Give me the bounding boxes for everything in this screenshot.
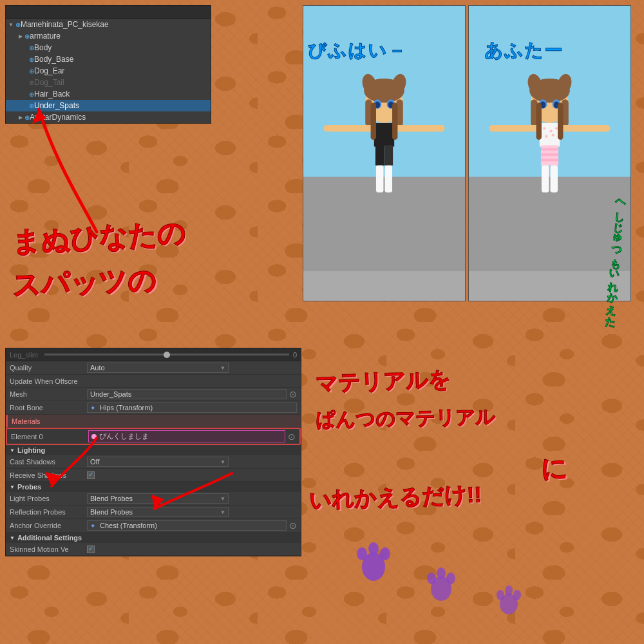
svg-point-60 (500, 594, 518, 614)
svg-rect-18 (385, 166, 393, 193)
character-before-svg (303, 6, 465, 301)
svg-point-52 (362, 553, 385, 581)
svg-rect-1 (303, 177, 465, 271)
castshadows-dropdown-text: Off (90, 458, 99, 466)
rootbone-ref-text: Hips (Transform) (100, 404, 153, 412)
hierarchy-item-avatardynamics[interactable]: ▶ ⊕ AvatarDynamics (6, 111, 211, 123)
expand-triangle-armature: ▶ (19, 33, 23, 39)
hierarchy-item-label-armature: armature (30, 32, 61, 41)
lightprobes-dropdown-text: Blend Probes (90, 495, 133, 502)
castshadows-dropdown[interactable]: Off ▼ (87, 457, 229, 467)
annotation-instruction-line4: いれかえるだけ!! (308, 480, 482, 515)
lighting-triangle: ▼ (10, 448, 15, 453)
skinnedmotion-checkbox[interactable] (87, 545, 95, 553)
inspector-castshadows-row: Cast Shadows Off ▼ (6, 455, 301, 469)
probes-section-header: ▼ Probes (6, 482, 301, 492)
probes-label: Probes (17, 483, 41, 491)
expand-triangle-avatar: ▶ (19, 115, 23, 120)
hierarchy-item-label-body: Body (34, 43, 52, 52)
slider-value: 0 (293, 351, 297, 359)
element0-label: Element 0 (11, 433, 88, 440)
svg-point-55 (380, 547, 390, 560)
reflectionprobes-label: Reflection Probes (10, 508, 87, 516)
hierarchy-item-root[interactable]: ▼ ⊕ Mamehinata_PC_kisekae (6, 19, 211, 30)
mesh-icon-bodybase: ⊕ (29, 56, 34, 63)
svg-point-53 (357, 547, 367, 560)
reflectionprobes-dropdown-text: Blend Probes (90, 508, 133, 516)
character-after-svg (469, 6, 630, 301)
quality-dropdown[interactable]: Auto ▼ (87, 363, 229, 373)
inspector-quality-row: Quality Auto ▼ (6, 361, 301, 375)
inspector-anchoroverride-row: Anchor Override ✦ Chest (Transform) ⊙ (6, 519, 301, 533)
slider-track[interactable] (44, 354, 289, 355)
receiveshadows-checkbox[interactable] (87, 471, 95, 479)
mesh-icon-dogear: ⊕ (29, 68, 34, 75)
svg-point-54 (368, 542, 379, 555)
hierarchy-item-bodybase[interactable]: ⊕ Body_Base (6, 53, 211, 65)
svg-rect-22 (469, 177, 630, 271)
mesh-settings-icon[interactable]: ⊙ (289, 389, 297, 399)
anchor-transform-icon: ✦ (90, 522, 95, 529)
svg-point-62 (505, 585, 513, 596)
mesh-icon-underspats: ⊕ (29, 102, 34, 109)
svg-rect-12 (374, 123, 394, 147)
element0-ref[interactable]: ぴんくしましま (88, 430, 285, 442)
anchoroverride-ref[interactable]: ✦ Chest (Transform) (87, 520, 287, 531)
svg-point-35 (550, 129, 553, 132)
preview-after (468, 5, 631, 301)
hierarchy-item-armature[interactable]: ▶ ⊕ armature (6, 30, 211, 42)
castshadows-value: Off ▼ (87, 457, 297, 467)
lightprobes-dropdown[interactable]: Blend Probes ▼ (87, 493, 229, 504)
element0-settings-icon[interactable]: ⊙ (288, 431, 296, 442)
hierarchy-item-body[interactable]: ⊕ Body (6, 42, 211, 53)
hierarchy-item-label-bodybase: Body_Base (34, 55, 73, 64)
hierarchy-item-dogtail[interactable]: ⊕ Dog_Tail (6, 77, 211, 88)
mesh-ref[interactable]: Under_Spats (87, 389, 287, 399)
svg-point-61 (497, 590, 504, 600)
svg-rect-19 (371, 103, 376, 140)
expand-triangle: ▼ (8, 22, 14, 28)
annotation-instruction-line3: に (540, 450, 568, 486)
probes-triangle: ▼ (10, 484, 15, 490)
svg-rect-39 (489, 125, 539, 131)
inspector-lightprobes-row: Light Probes Blend Probes ▼ (6, 492, 301, 506)
hierarchy-item-label-dogear: Dog_Ear (34, 66, 64, 75)
hierarchy-item-dogear[interactable]: ⊕ Dog_Ear (6, 65, 211, 77)
preview-before (303, 5, 466, 301)
rootbone-ref[interactable]: ✦ Hips (Transform) (87, 402, 297, 413)
svg-point-56 (431, 576, 451, 601)
lightprobes-arrow: ▼ (220, 496, 225, 502)
castshadows-arrow: ▼ (220, 459, 225, 465)
hierarchy-item-label-underspats: Under_Spats (34, 101, 79, 110)
materials-label: Materials (12, 417, 89, 425)
anchoroverride-value: ✦ Chest (Transform) ⊙ (87, 520, 297, 531)
svg-point-38 (552, 134, 554, 137)
hierarchy-item-underspats[interactable]: ⊕ Under_Spats (6, 100, 211, 111)
mesh-label: Mesh (10, 390, 87, 398)
svg-rect-46 (551, 166, 558, 193)
paw-print-2 (419, 560, 464, 605)
hierarchy-item-hairback[interactable]: ⊕ Hair_Back (6, 88, 211, 100)
svg-rect-14 (394, 125, 444, 131)
mesh-icon-dogtail: ⊕ (29, 79, 34, 86)
svg-point-59 (446, 573, 455, 584)
reflectionprobes-value: Blend Probes ▼ (87, 507, 297, 517)
element0-value: ぴんくしましま ⊙ (88, 430, 296, 442)
anchor-settings-icon[interactable]: ⊙ (289, 520, 297, 531)
quality-label: Quality (10, 364, 87, 372)
svg-rect-13 (323, 125, 374, 131)
quality-dropdown-text: Auto (90, 364, 105, 372)
reflectionprobes-dropdown[interactable]: Blend Probes ▼ (87, 507, 229, 517)
annotation-instruction-line2: ぱんつのマテリアル (316, 404, 496, 434)
reflectionprobes-arrow: ▼ (220, 509, 225, 515)
material-dot-icon (91, 434, 97, 439)
svg-rect-20 (392, 103, 397, 140)
anchoroverride-label: Anchor Override (10, 522, 87, 529)
svg-rect-45 (542, 166, 549, 193)
dropdown-arrow: ▼ (220, 365, 225, 371)
svg-rect-15 (375, 145, 384, 165)
anchoroverride-ref-text: Chest (Transform) (100, 522, 157, 529)
inspector-element0-row: Element 0 ぴんくしましま ⊙ (6, 428, 301, 445)
transform-icon: ✦ (90, 404, 95, 412)
annotation-main-line1: まぬひなたの (11, 214, 187, 261)
